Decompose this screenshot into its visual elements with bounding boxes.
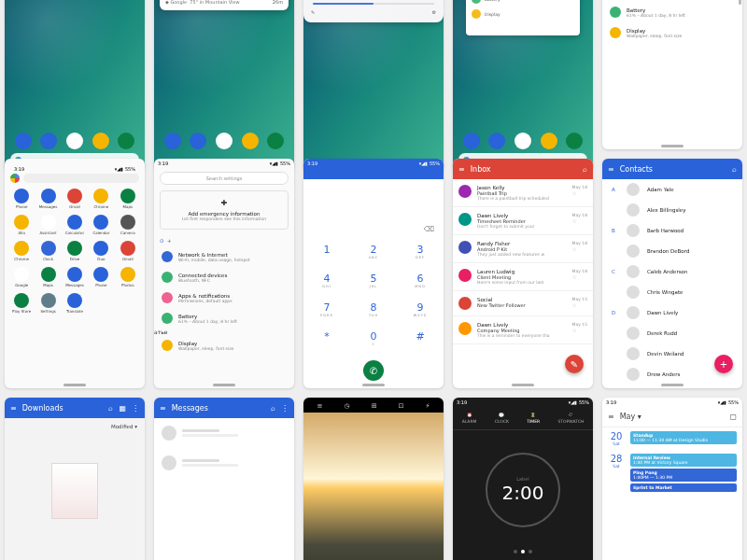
add-contact-fab[interactable]: + xyxy=(714,355,733,373)
app-google[interactable]: Google xyxy=(10,267,33,287)
mail-item[interactable]: Randy FisherAndroid P KitThey just added… xyxy=(453,235,593,263)
contact-item[interactable]: Brandon DeBord xyxy=(602,241,742,261)
viewfinder[interactable] xyxy=(303,413,444,560)
calendar-event[interactable]: Standup11:00 — 11:30 AM at Design Studio xyxy=(630,431,737,444)
more-icon[interactable]: ⋮ xyxy=(132,404,139,413)
maps-icon[interactable] xyxy=(118,133,134,149)
today-icon[interactable]: ▢ xyxy=(729,413,737,421)
scrollbar[interactable] xyxy=(739,0,741,131)
key-6[interactable]: 6MNO xyxy=(397,266,444,295)
app-chrome[interactable]: Chrome xyxy=(90,189,112,209)
gmail-icon[interactable] xyxy=(216,133,233,149)
mail-item[interactable]: Dawn LivelyCompany MeetingThis is a remi… xyxy=(453,316,593,344)
app-calendar[interactable]: Calendar xyxy=(90,215,112,235)
message-item[interactable] xyxy=(154,418,294,448)
contact-item[interactable]: AAdam Yale xyxy=(602,179,742,200)
nav-pill[interactable] xyxy=(63,384,86,386)
app-play store[interactable]: Play Store xyxy=(10,293,33,314)
flash-icon[interactable]: ⚡ xyxy=(426,402,430,410)
search-icon[interactable]: ⌕ xyxy=(732,165,737,174)
app-phone[interactable]: Phone xyxy=(10,189,33,209)
tab-alarm[interactable]: ⏰ALARM xyxy=(462,413,477,424)
app-photos[interactable]: Photos xyxy=(117,267,139,287)
backspace-button[interactable]: ⌫ xyxy=(303,221,444,237)
app-assistant[interactable]: Assistant xyxy=(36,215,59,235)
day-label[interactable]: 28Sat xyxy=(608,454,625,492)
settings-item[interactable]: Battery xyxy=(470,0,576,7)
brightness-slider[interactable] xyxy=(313,3,434,5)
app-translate[interactable]: Translate xyxy=(63,293,86,314)
search-settings-input[interactable]: Search settings xyxy=(160,172,289,185)
calendar-event[interactable]: Internal Review1:00 PM at Victory Square xyxy=(630,454,737,467)
hdr-icon[interactable]: ⊞ xyxy=(372,402,377,410)
nav-pill[interactable] xyxy=(661,384,684,386)
mail-item[interactable]: Jason KellyPaintball TripThere is a pain… xyxy=(453,179,593,207)
app-maps[interactable]: Maps xyxy=(117,189,139,209)
app-messages[interactable]: Messages xyxy=(63,267,86,287)
settings-icon[interactable]: ⚙ xyxy=(432,9,436,15)
settings-display[interactable]: DisplayWallpaper, sleep, font size xyxy=(602,22,742,43)
menu-icon[interactable]: ≡ xyxy=(608,165,614,174)
compose-fab[interactable]: ✎ xyxy=(565,355,584,373)
tab-stopwatch[interactable]: ⏱STOPWATCH xyxy=(557,413,584,424)
calendar-event[interactable]: Sprint to Market xyxy=(630,483,737,492)
menu-icon[interactable]: ≡ xyxy=(317,402,323,410)
app-allo[interactable]: Allo xyxy=(10,215,33,235)
app-settings[interactable]: Settings xyxy=(36,293,59,314)
menu-icon[interactable]: ≡ xyxy=(608,413,614,421)
emergency-card[interactable]: ✚ Add emergency information Let first re… xyxy=(160,190,289,230)
key-2[interactable]: 2ABC xyxy=(350,237,397,266)
sort-dropdown[interactable]: Modified ▾ xyxy=(5,418,145,435)
nav-pill[interactable] xyxy=(512,384,534,386)
contact-item[interactable]: BBarb Harwood xyxy=(602,220,742,241)
settings-apps[interactable]: Apps & notificationsPermissions, default… xyxy=(154,287,294,308)
day-label[interactable]: 20Sat xyxy=(608,431,625,446)
contact-item[interactable]: Chris Wingate xyxy=(602,282,742,302)
app-camera[interactable]: Camera xyxy=(117,215,139,235)
contact-item[interactable]: Alex Billingsley xyxy=(602,200,742,220)
app-clock[interactable]: Clock xyxy=(36,241,59,261)
edit-icon[interactable]: ✎ xyxy=(311,9,315,15)
key-3[interactable]: 3DEF xyxy=(397,237,444,266)
app-duo[interactable]: Duo xyxy=(90,241,112,261)
search-icon[interactable]: ⌕ xyxy=(583,165,587,174)
star-icon[interactable]: ☆ xyxy=(572,273,587,280)
timer-ring[interactable]: Label 2:00 xyxy=(486,453,560,527)
settings-network[interactable]: Network & InternetWi-Fi, mobile, data us… xyxy=(154,246,294,267)
tab-clock[interactable]: 🕐CLOCK xyxy=(495,413,509,424)
search-icon[interactable]: ⌕ xyxy=(271,404,275,413)
key-1[interactable]: 1 xyxy=(303,237,350,266)
tab-timer[interactable]: ⏳TIMER xyxy=(527,413,540,424)
app-maps[interactable]: Maps xyxy=(36,267,59,287)
nav-pill[interactable] xyxy=(661,145,684,147)
star-icon[interactable]: ☆ xyxy=(572,217,587,224)
message-item[interactable] xyxy=(154,448,294,478)
settings-battery[interactable]: Battery61% – About 1 day, 8 hr left xyxy=(154,308,294,329)
menu-icon[interactable]: ≡ xyxy=(458,165,465,174)
key-0[interactable]: 0+ xyxy=(350,324,397,353)
settings-item[interactable]: Display xyxy=(470,7,576,21)
contact-item[interactable]: Derek Rudd xyxy=(602,323,742,343)
nav-pill[interactable] xyxy=(362,384,385,386)
chrome-icon[interactable] xyxy=(242,133,259,149)
star-icon[interactable]: ☆ xyxy=(572,189,587,196)
key-#[interactable]: # xyxy=(397,324,444,353)
mail-item[interactable]: SocialNew Twitter FollowerMay 15☆ xyxy=(453,291,593,316)
mail-item[interactable]: Dawn LivelyTimesheet ReminderDon't forge… xyxy=(453,207,593,235)
view-icon[interactable]: ▦ xyxy=(119,404,126,413)
contact-item[interactable]: CCaleb Anderson xyxy=(602,261,742,282)
messages-icon[interactable] xyxy=(40,133,57,149)
app-chrome[interactable]: Chrome xyxy=(10,241,33,261)
month-label[interactable]: May xyxy=(620,413,636,421)
menu-icon[interactable]: ≡ xyxy=(160,404,166,413)
key-8[interactable]: 8TUV xyxy=(350,295,397,324)
grid-icon[interactable]: ⊡ xyxy=(399,402,404,410)
settings-battery[interactable]: Battery61% – About 1 day, 8 hr left xyxy=(602,2,742,22)
maps-icon[interactable] xyxy=(267,133,284,149)
app-search[interactable] xyxy=(10,174,139,183)
call-button[interactable]: ✆ xyxy=(363,360,384,381)
key-*[interactable]: * xyxy=(303,324,350,353)
app-gmail[interactable]: Gmail xyxy=(63,189,86,209)
app-phone[interactable]: Phone xyxy=(90,267,112,287)
key-7[interactable]: 7PQRS xyxy=(303,295,350,324)
